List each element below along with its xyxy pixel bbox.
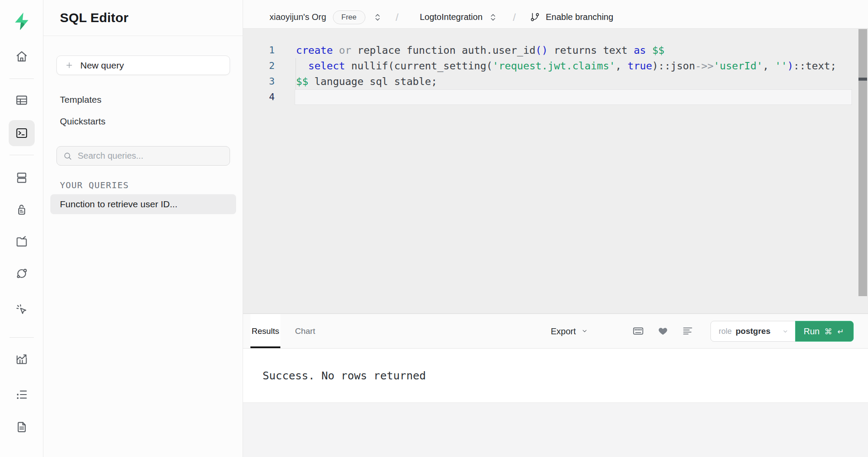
sql-editor-canvas[interactable]: 1create or replace function auth.user_id… [243, 29, 868, 313]
run-controls: role postgres Run ⌘ ↵ [710, 321, 854, 342]
line-number: 1 [243, 42, 275, 58]
results-toolbar: Results Chart Export role postgres Run ⌘… [243, 313, 868, 349]
sidebar-item-logs[interactable] [9, 382, 35, 408]
role-value: postgres [736, 326, 770, 336]
code-line-3: 3$$ language sql stable; [243, 74, 855, 89]
database-icon [15, 171, 28, 184]
tab-results-label: Results [252, 326, 279, 336]
search-icon [63, 151, 72, 161]
table-editor-icon [15, 94, 28, 107]
keyboard-shortcuts-button[interactable] [629, 323, 647, 340]
storage-icon [15, 235, 28, 248]
results-panel: Success. No rows returned [243, 349, 868, 402]
home-icon [15, 50, 28, 63]
rail-divider [10, 78, 34, 79]
align-left-icon [682, 326, 693, 336]
sidebar-item-advisors[interactable] [9, 297, 35, 323]
role-label: role [719, 327, 732, 336]
advisors-icon [15, 303, 28, 316]
breadcrumb-separator: / [396, 11, 399, 23]
sidebar-item-realtime[interactable] [9, 261, 35, 287]
export-button[interactable]: Export [547, 323, 592, 339]
breadcrumb-separator: / [513, 11, 516, 23]
heart-icon [658, 326, 668, 336]
sidebar-item-database[interactable] [9, 165, 35, 191]
supabase-logo[interactable] [12, 11, 32, 31]
sidebar-header: SQL Editor [43, 0, 243, 36]
reports-icon [15, 353, 28, 366]
sidebar-item-sql-editor[interactable] [9, 120, 35, 146]
sidebar-nav: Templates Quickstarts [43, 89, 243, 132]
search-placeholder: Search queries... [78, 151, 143, 161]
api-docs-icon [15, 421, 28, 434]
result-message: Success. No rows returned [263, 369, 426, 382]
chevron-down-icon [581, 327, 589, 335]
project-switcher[interactable]: LogtoIntegration [420, 12, 498, 22]
run-shortcut: ⌘ ↵ [824, 327, 845, 336]
code-text: create or replace function auth.user_id(… [296, 42, 664, 58]
page-title: SQL Editor [60, 10, 128, 25]
enable-branching-button[interactable]: Enable branching [530, 12, 613, 22]
sidebar-item-templates[interactable]: Templates [43, 89, 243, 111]
line-number: 4 [243, 89, 275, 105]
scrollbar-cursor-marker [858, 78, 867, 81]
role-select[interactable]: role postgres [710, 321, 796, 342]
sidebar-item-storage[interactable] [9, 228, 35, 255]
sidebar-item-quickstarts[interactable]: Quickstarts [43, 111, 243, 132]
org-switcher-chevron-icon[interactable] [373, 13, 382, 22]
tab-results[interactable]: Results [250, 314, 280, 348]
code-text: select nullif(current_setting('request.j… [296, 58, 836, 74]
tab-chart[interactable]: Chart [288, 314, 322, 348]
realtime-icon [15, 267, 28, 280]
format-sql-button[interactable] [679, 323, 696, 340]
logs-icon [15, 388, 28, 401]
sql-editor-sidebar: SQL Editor New query Templates Quickstar… [43, 0, 243, 457]
line-number: 3 [243, 74, 275, 89]
sidebar-item-auth[interactable] [9, 197, 35, 223]
sql-editor-icon [15, 127, 28, 140]
sidebar-item-reports[interactable] [9, 346, 35, 372]
your-queries-label: YOUR QUERIES [60, 180, 129, 190]
export-label: Export [551, 326, 576, 336]
new-query-label: New query [80, 60, 124, 71]
project-switcher-chevron-icon [488, 13, 498, 22]
run-button[interactable]: Run ⌘ ↵ [795, 321, 854, 342]
code-line-4: 4 [243, 89, 855, 105]
sidebar-item-table-editor[interactable] [9, 87, 35, 113]
tab-chart-label: Chart [295, 326, 315, 336]
sidebar-item-api-docs[interactable] [9, 414, 35, 440]
org-name[interactable]: xiaoyijun's Org [270, 12, 326, 22]
code-line-2: 2 select nullif(current_setting('request… [243, 58, 855, 74]
chevron-down-icon [782, 328, 789, 335]
plus-icon [65, 61, 74, 70]
new-query-button[interactable]: New query [56, 55, 230, 75]
rail-divider [10, 337, 34, 338]
keyboard-icon [632, 325, 644, 337]
rail-divider [10, 155, 34, 155]
line-number: 2 [243, 58, 275, 74]
run-label: Run [804, 326, 820, 336]
code-text: $$ language sql stable; [296, 74, 437, 89]
enable-branching-label: Enable branching [546, 12, 613, 22]
project-name: LogtoIntegration [420, 12, 483, 22]
favorite-button[interactable] [654, 323, 671, 340]
search-queries-input[interactable]: Search queries... [56, 146, 230, 166]
plan-badge: Free [333, 10, 365, 24]
sidebar-item-home[interactable] [9, 43, 35, 69]
results-footer [243, 402, 868, 457]
nav-rail [0, 0, 43, 457]
query-list-item[interactable]: Function to retrieve user ID... [50, 194, 236, 214]
editor-scrollbar[interactable] [858, 29, 867, 296]
git-branch-icon [530, 12, 540, 22]
auth-icon [15, 203, 28, 216]
code-line-1: 1create or replace function auth.user_id… [243, 42, 855, 58]
breadcrumb: xiaoyijun's Org Free / LogtoIntegration … [243, 0, 868, 29]
